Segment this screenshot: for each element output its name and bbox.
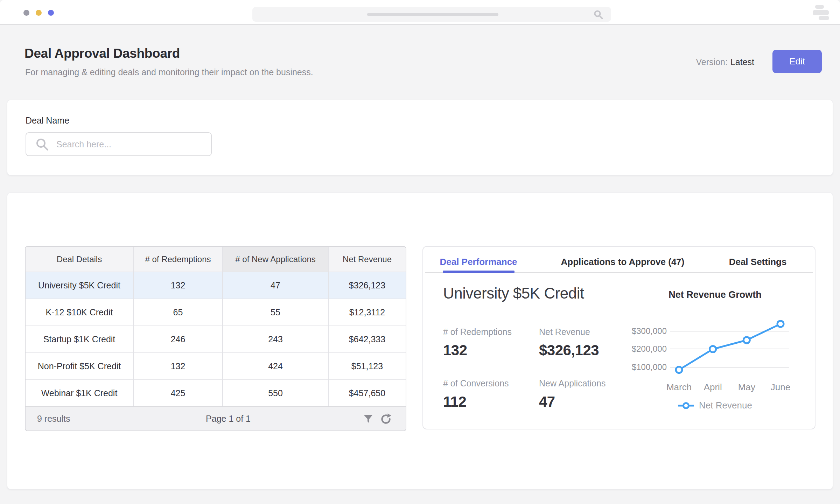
cell-redemptions: 132	[133, 272, 222, 299]
window-control-close-icon[interactable]	[23, 10, 29, 16]
cell-deal-name: University $5K Credit	[26, 272, 133, 299]
stat-label: # of Redemptions	[443, 327, 538, 337]
cell-new-applications: 550	[222, 380, 328, 406]
stat-label: New Applications	[539, 378, 634, 388]
browser-menu-icon[interactable]	[813, 4, 830, 20]
net-revenue-chart: Net Revenue Growth $300,000$200,000$100,…	[628, 247, 806, 430]
table-row[interactable]: Startup $1K Credit 246 243 $642,333	[26, 326, 406, 352]
column-header-new-applications[interactable]: # of New Applications	[222, 247, 328, 272]
stat-value: $326,123	[539, 342, 634, 359]
version-row: Version:Latest	[696, 57, 754, 67]
deal-search-input[interactable]	[26, 132, 212, 156]
browser-window: Deal Approval Dashboard For managing & e…	[0, 0, 840, 504]
column-header-deal-details[interactable]: Deal Details	[26, 247, 133, 272]
deal-detail-panel: Deal Performance Applications to Approve…	[422, 246, 816, 429]
svg-text:$200,000: $200,000	[632, 344, 667, 354]
page-title: Deal Approval Dashboard	[24, 46, 180, 61]
tab-deal-performance[interactable]: Deal Performance	[440, 257, 517, 267]
svg-text:$100,000: $100,000	[632, 362, 667, 372]
cell-new-applications: 424	[222, 353, 328, 379]
refresh-button[interactable]	[378, 412, 393, 426]
cell-net-revenue: $642,333	[328, 326, 406, 352]
svg-text:May: May	[738, 382, 755, 392]
chart-title: Net Revenue Growth	[628, 289, 803, 300]
cell-redemptions: 246	[133, 326, 222, 352]
selected-deal-title: University $5K Credit	[443, 285, 584, 302]
funnel-icon	[363, 414, 373, 424]
table-footer: 9 results Page 1 of 1	[26, 406, 406, 430]
stat-redemptions: # of Redemptions 132	[443, 327, 538, 359]
filter-button[interactable]	[362, 412, 375, 426]
stat-value: 112	[443, 393, 538, 410]
svg-text:$300,000: $300,000	[632, 326, 667, 336]
chart-legend: Net Revenue	[628, 400, 803, 411]
cell-new-applications: 243	[222, 326, 328, 352]
stat-conversions: # of Conversions 112	[443, 378, 538, 410]
line-chart-plot: $300,000$200,000$100,000MarchAprilMayJun…	[628, 315, 803, 399]
menu-bar-middle	[813, 10, 829, 15]
stat-new-applications: New Applications 47	[539, 378, 634, 410]
cell-new-applications: 55	[222, 299, 328, 326]
cell-redemptions: 65	[133, 299, 222, 326]
cell-deal-name: Startup $1K Credit	[26, 326, 133, 352]
column-header-net-revenue[interactable]: Net Revenue	[328, 247, 406, 272]
pagination-label: Page 1 of 1	[206, 414, 251, 424]
browser-url-bar[interactable]	[252, 7, 611, 22]
table-row[interactable]: Webinar $1K Credit 425 550 $457,650	[26, 379, 406, 406]
menu-bar-top	[815, 5, 824, 9]
stat-net-revenue: Net Revenue $326,123	[539, 327, 634, 359]
cell-redemptions: 425	[133, 380, 222, 406]
deals-table: Deal Details # of Redemptions # of New A…	[25, 246, 406, 431]
menu-bar-bottom	[819, 16, 829, 20]
stat-label: # of Conversions	[443, 378, 538, 388]
svg-text:April: April	[704, 382, 722, 392]
stat-value: 47	[539, 393, 634, 410]
deal-name-label: Deal Name	[26, 115, 69, 126]
cell-deal-name: K-12 $10K Credit	[26, 299, 133, 326]
version-value: Latest	[730, 57, 754, 67]
legend-label: Net Revenue	[699, 400, 752, 411]
column-header-redemptions[interactable]: # of Redemptions	[133, 247, 222, 272]
cell-redemptions: 132	[133, 353, 222, 379]
legend-marker-icon	[678, 402, 694, 410]
table-row[interactable]: K-12 $10K Credit 65 55 $12,3112	[26, 299, 406, 326]
svg-text:March: March	[666, 382, 692, 392]
cell-net-revenue: $12,3112	[328, 299, 406, 326]
cell-deal-name: Non-Profit $5K Credit	[26, 353, 133, 379]
edit-button[interactable]: Edit	[772, 50, 822, 73]
stat-label: Net Revenue	[539, 327, 634, 337]
page-subtitle: For managing & editing deals and monitor…	[25, 67, 313, 77]
url-placeholder-bar	[367, 13, 498, 16]
svg-text:June: June	[771, 382, 790, 392]
table-row[interactable]: University $5K Credit 132 47 $326,123	[26, 272, 406, 299]
cell-net-revenue: $326,123	[328, 272, 406, 299]
table-row[interactable]: Non-Profit $5K Credit 132 424 $51,123	[26, 352, 406, 379]
deal-filter-card: Deal Name	[7, 100, 833, 175]
search-icon	[594, 10, 603, 20]
window-control-minimize-icon[interactable]	[36, 10, 42, 16]
cell-net-revenue: $51,123	[328, 353, 406, 379]
browser-chrome	[0, 0, 840, 24]
results-count: 9 results	[37, 414, 70, 424]
cell-new-applications: 47	[222, 272, 328, 299]
table-header-row: Deal Details # of Redemptions # of New A…	[26, 247, 406, 272]
active-tab-indicator	[443, 271, 514, 273]
refresh-icon	[380, 413, 392, 425]
deal-search-wrap	[26, 132, 212, 156]
window-control-maximize-icon[interactable]	[48, 10, 54, 16]
stat-value: 132	[443, 342, 538, 359]
cell-net-revenue: $457,650	[328, 380, 406, 406]
cell-deal-name: Webinar $1K Credit	[26, 380, 133, 406]
version-label: Version:	[696, 57, 728, 67]
dashboard-main-card: Deal Details # of Redemptions # of New A…	[7, 192, 833, 489]
